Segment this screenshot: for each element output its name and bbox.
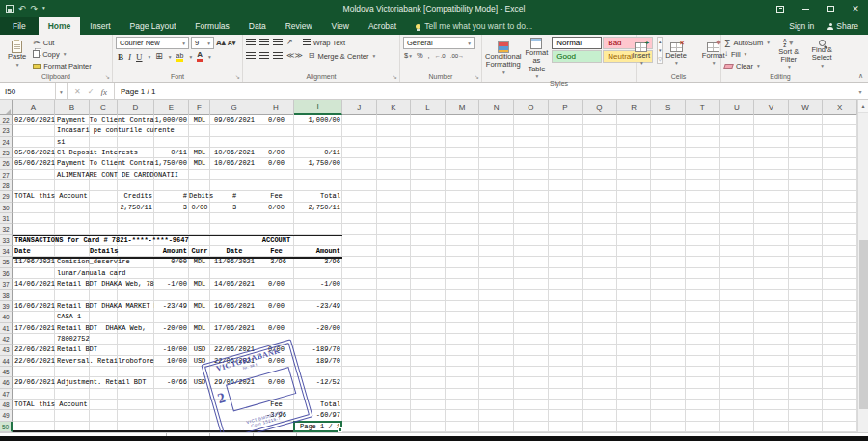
cell-B36[interactable]: lunar/anuala card (55, 268, 154, 279)
column-header-A[interactable]: A (13, 100, 55, 115)
cell-I34[interactable]: Amount (294, 246, 342, 257)
underline-button[interactable]: U (136, 52, 143, 62)
cell-G22[interactable]: 09/06/2021 (210, 115, 258, 125)
find-select-button[interactable]: Find & Select ▾ (808, 37, 836, 71)
column-header-K[interactable]: K (377, 100, 412, 115)
row-header-42[interactable]: 42 (0, 334, 13, 345)
cell-F39[interactable]: MDL (189, 301, 210, 312)
scroll-up-icon[interactable]: ▲ (858, 100, 868, 113)
align-bottom-icon[interactable] (273, 39, 283, 46)
align-left-icon[interactable] (246, 52, 256, 60)
cell-D30[interactable]: 2,750/11 (118, 203, 154, 213)
italic-button[interactable]: I (128, 52, 131, 62)
row-header-49[interactable]: 49 (0, 410, 13, 421)
cell-H25[interactable]: 0/00 (258, 148, 294, 158)
row-header-31[interactable]: 31 (0, 213, 13, 224)
redo-icon[interactable]: ↷ (31, 5, 39, 14)
row-header-35[interactable]: 35 (0, 257, 13, 267)
cell-E25[interactable]: 0/11 (154, 148, 189, 158)
tell-me-box[interactable]: Tell me what you want to do... (416, 17, 532, 35)
select-all-corner[interactable] (0, 100, 13, 115)
cell-A26[interactable]: 05/06/2021 (13, 158, 55, 169)
cell-I29[interactable]: Total (294, 191, 342, 202)
column-header-W[interactable]: W (789, 100, 824, 115)
cell-I39[interactable]: -23/49 (294, 301, 342, 312)
cell-G30[interactable]: 3 (210, 203, 258, 213)
cell-B40[interactable]: CASA 1 (55, 312, 90, 322)
row-header-38[interactable]: 38 (0, 290, 13, 301)
cell-A37[interactable]: 14/06/2021 (13, 279, 55, 289)
cell-E34[interactable]: Amount (154, 246, 189, 257)
row-header-37[interactable]: 37 (0, 279, 13, 289)
cell-A29[interactable]: TOTAL this Account (13, 191, 118, 202)
row-header-34[interactable]: 34 (0, 246, 13, 257)
cell-A48[interactable]: TOTAL this Account (13, 400, 118, 410)
row-header-32[interactable]: 32 (0, 224, 13, 234)
column-header-X[interactable]: X (823, 100, 857, 115)
cell-E44[interactable]: 10/00 (154, 356, 189, 367)
fill-button[interactable]: ↓Fill▾ (724, 48, 770, 60)
cell-A41[interactable]: 17/06/2021 (13, 323, 55, 334)
cell-B43[interactable]: Retail BDT (55, 345, 118, 355)
undo-icon[interactable]: ↶ (18, 5, 26, 14)
conditional-formatting-button[interactable]: Conditional Formatting ▾ (485, 37, 522, 80)
fill-color-button[interactable]: ab (176, 52, 184, 62)
cell-G39[interactable]: 16/06/2021 (210, 301, 258, 312)
cell-E39[interactable]: -23/49 (154, 301, 189, 312)
cell-E26[interactable]: 1,750/00 (154, 158, 189, 169)
clear-button[interactable]: Clear▾ (724, 60, 770, 71)
cell-A34[interactable]: Date (13, 246, 55, 257)
cell-grid[interactable]: VICTORIABANK Nr. 38 f 2 VICT.BMD2X463 Co… (0, 115, 857, 432)
cell-E46[interactable]: -0/66 (154, 377, 189, 388)
column-header-U[interactable]: U (720, 100, 755, 115)
row-header-47[interactable]: 47 (0, 389, 13, 400)
font-dialog-launcher[interactable]: ↘ (235, 74, 240, 80)
row-header-44[interactable]: 44 (0, 356, 13, 367)
cell-E29[interactable]: # (154, 191, 189, 202)
tab-home[interactable]: Home (39, 17, 81, 35)
column-header-J[interactable]: J (342, 100, 377, 115)
align-center-icon[interactable] (259, 52, 269, 60)
paste-button[interactable]: Paste ▾ (3, 37, 31, 71)
bold-button[interactable]: B (118, 52, 123, 62)
cell-style-good[interactable]: Good (552, 50, 602, 63)
font-color-button[interactable]: A (197, 51, 203, 62)
name-box[interactable]: I50 (0, 83, 56, 99)
row-header-43[interactable]: 43 (0, 345, 13, 355)
tab-insert[interactable]: Insert (80, 17, 120, 35)
column-header-R[interactable]: R (617, 100, 652, 115)
cell-B37[interactable]: Retail BDT DHAKA Web, 7800 (55, 279, 154, 289)
cell-B23[interactable]: Incasari pe conturile curente (55, 125, 189, 136)
row-header-29[interactable]: 29 (0, 191, 13, 202)
row-header-45[interactable]: 45 (0, 367, 13, 377)
restore-button[interactable] (818, 0, 843, 17)
column-header-D[interactable]: D (118, 100, 154, 115)
borders-button[interactable]: ⊞ (155, 52, 163, 61)
cell-B27[interactable]: ALIMENTARE CONT DE CARDDONATII (55, 170, 189, 180)
cell-H37[interactable]: 0/00 (258, 279, 294, 289)
cell-B24[interactable]: si (55, 137, 90, 148)
column-header-Q[interactable]: Q (583, 100, 617, 115)
collapse-ribbon-icon[interactable]: ∧ (858, 72, 863, 80)
sort-filter-button[interactable]: AZ▼ Sort & Filter ▾ (774, 37, 802, 71)
ribbon-display-options-button[interactable] (768, 0, 793, 17)
cell-I41[interactable]: -20/00 (294, 323, 342, 334)
cell-B26[interactable]: Payment To Client Contract (55, 158, 154, 169)
cell-B46[interactable]: Adjustment. Retail BDT (55, 377, 154, 388)
expand-formula-bar-icon[interactable]: ▾ (853, 83, 868, 99)
row-header-40[interactable]: 40 (0, 312, 13, 322)
cell-A46[interactable]: 29/06/2021 (13, 377, 55, 388)
insert-cells-button[interactable]: Insert ▾ (627, 37, 655, 71)
share-button[interactable]: Share (827, 21, 858, 31)
align-middle-icon[interactable] (259, 39, 269, 46)
active-cell-selection[interactable] (293, 421, 342, 432)
cancel-entry-icon[interactable]: ✕ (74, 87, 81, 96)
align-top-icon[interactable] (246, 39, 256, 46)
column-header-I[interactable]: I (294, 100, 342, 115)
cell-B42[interactable]: 78002752 (55, 334, 90, 345)
format-as-table-button[interactable]: Format as Table ▾ (526, 37, 549, 80)
cell-F26[interactable]: MDL (189, 158, 210, 169)
sign-in-link[interactable]: Sign in (789, 21, 814, 31)
row-header-26[interactable]: 26 (0, 158, 13, 169)
column-header-B[interactable]: B (55, 100, 90, 115)
